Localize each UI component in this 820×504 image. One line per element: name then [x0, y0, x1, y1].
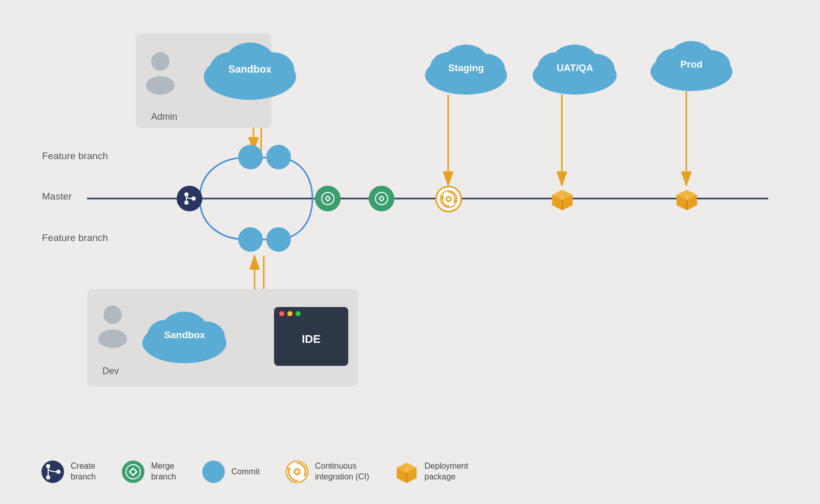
cloud-sandbox-dev-label: Sandbox	[164, 330, 205, 341]
cloud-sandbox-admin: Sandbox	[199, 36, 301, 102]
cloud-uat: UAT/QA	[528, 38, 622, 97]
legend-deploy-icon	[395, 459, 418, 484]
svg-point-26	[322, 192, 334, 205]
commit-bottom-1	[238, 227, 263, 252]
legend-merge-branch-label: Mergebranch	[151, 461, 176, 483]
commit-bottom-2	[266, 227, 291, 252]
legend-item-merge-branch: Mergebranch	[121, 460, 176, 484]
ide-label: IDE	[302, 333, 321, 346]
svg-point-17	[151, 52, 170, 71]
cloud-sandbox-admin-label: Sandbox	[228, 63, 271, 75]
ide-dot-red	[279, 311, 284, 316]
legend-ci-label: Continuousintegration (CI)	[315, 461, 369, 483]
cloud-uat-label: UAT/QA	[557, 62, 593, 74]
svg-point-53	[103, 305, 122, 324]
legend-create-branch-icon-wrap	[41, 460, 65, 484]
admin-avatar-icon	[142, 49, 178, 95]
svg-point-60	[46, 464, 50, 468]
svg-point-23	[184, 192, 188, 196]
legend-item-commit: Commit	[202, 460, 260, 484]
svg-point-61	[46, 475, 50, 479]
legend-merge-branch-icon-wrap	[121, 460, 145, 484]
feature-branch-bottom-label: Feature branch	[42, 232, 108, 244]
cloud-prod: Prod	[645, 35, 738, 94]
cloud-staging: Staging	[420, 38, 512, 97]
svg-point-63	[122, 461, 144, 483]
legend-create-branch-label: Createbranch	[71, 461, 96, 483]
deploy-staging	[549, 186, 576, 212]
svg-point-24	[184, 201, 188, 205]
legend-item-create-branch: Createbranch	[41, 460, 96, 484]
commit-top-1	[238, 145, 263, 169]
legend-deploy-label: Deploymentpackage	[425, 461, 468, 483]
legend-commit-icon	[202, 460, 225, 484]
ide-dot-green	[296, 311, 301, 316]
ci-circle	[435, 186, 462, 212]
deploy-prod	[674, 186, 700, 212]
legend-item-deploy: Deploymentpackage	[395, 460, 468, 484]
svg-point-65	[202, 461, 225, 483]
legend-ci-icon-wrap	[285, 460, 309, 484]
legend-deploy-icon-wrap	[395, 460, 418, 484]
feature-branch-top-label: Feature branch	[42, 150, 108, 162]
ide-titlebar	[279, 311, 301, 316]
svg-point-54	[98, 330, 127, 348]
master-label: Master	[42, 191, 72, 202]
ide-window: IDE	[274, 307, 348, 366]
dev-label: Dev	[102, 366, 119, 377]
cloud-sandbox-dev: Sandbox	[137, 304, 232, 366]
svg-point-27	[375, 192, 388, 205]
legend-commit-icon-wrap	[202, 460, 225, 484]
create-branch-circle	[177, 186, 202, 211]
commit-top-2	[266, 145, 291, 169]
admin-label: Admin	[151, 112, 177, 122]
cloud-prod-label: Prod	[680, 59, 702, 70]
cloud-staging-label: Staging	[448, 62, 484, 74]
legend-branch-icon	[41, 460, 65, 484]
ide-dot-yellow	[287, 311, 292, 316]
legend-merge-icon	[121, 460, 145, 484]
svg-point-30	[447, 198, 450, 201]
legend: Createbranch Mergebranch Commit	[41, 460, 468, 484]
diagram-container: Admin Sandbox Feature branch Master Feat…	[0, 0, 820, 504]
dev-avatar-icon	[95, 302, 131, 348]
legend-item-ci: Continuousintegration (CI)	[285, 460, 369, 484]
svg-point-68	[296, 470, 299, 474]
svg-point-18	[146, 76, 175, 95]
legend-ci-icon	[285, 459, 309, 484]
merge-circle-2	[369, 186, 394, 211]
merge-circle-1	[315, 186, 341, 211]
legend-commit-label: Commit	[232, 467, 260, 476]
